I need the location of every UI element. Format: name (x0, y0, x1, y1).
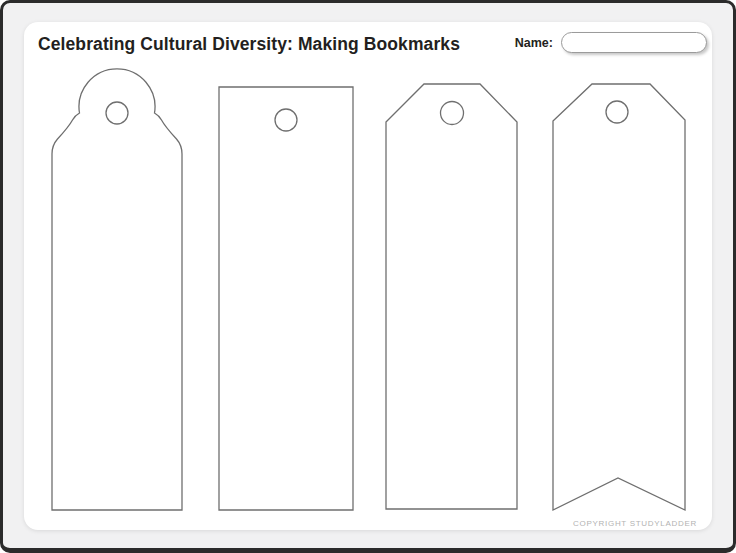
name-field-row: Name: (515, 32, 707, 53)
worksheet-frame: Celebrating Cultural Diversity: Making B… (0, 0, 736, 553)
name-label: Name: (515, 36, 553, 50)
name-input[interactable] (561, 32, 707, 53)
page-title: Celebrating Cultural Diversity: Making B… (38, 34, 460, 55)
copyright-text: COPYRIGHT STUDYLADDER (573, 519, 697, 528)
worksheet-card: Celebrating Cultural Diversity: Making B… (24, 22, 712, 530)
